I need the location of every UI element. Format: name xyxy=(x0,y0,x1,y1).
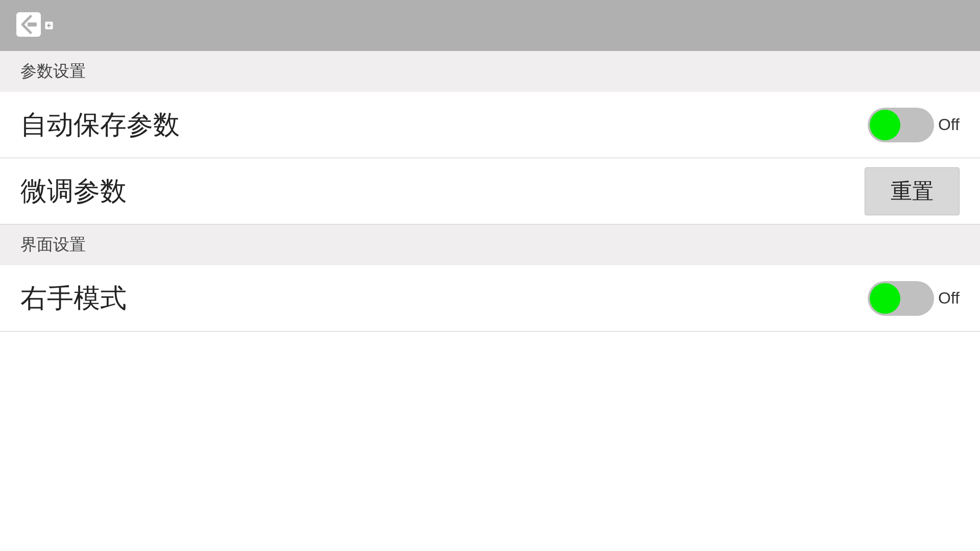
app-header xyxy=(0,0,980,51)
fine-tune-label: 微调参数 xyxy=(20,173,127,209)
right-hand-toggle-knob xyxy=(870,283,900,314)
right-hand-toggle-container[interactable]: Off xyxy=(868,281,960,316)
svg-rect-3 xyxy=(47,25,51,26)
right-hand-toggle-text: Off xyxy=(938,289,960,308)
auto-save-toggle-knob xyxy=(870,110,900,140)
ui-section-header: 界面设置 xyxy=(0,224,980,265)
params-section-header: 参数设置 xyxy=(0,51,980,92)
auto-save-toggle-container[interactable]: Off xyxy=(868,108,960,142)
auto-save-row: 自动保存参数 Off xyxy=(0,92,980,158)
right-hand-row: 右手模式 Off xyxy=(0,265,980,332)
right-hand-label: 右手模式 xyxy=(20,281,127,316)
auto-save-label: 自动保存参数 xyxy=(20,107,180,143)
back-arrow-icon[interactable] xyxy=(45,8,53,43)
ui-section-label: 界面设置 xyxy=(20,235,86,254)
params-section-label: 参数设置 xyxy=(20,62,86,80)
back-button[interactable] xyxy=(12,8,53,43)
fine-tune-row: 微调参数 重置 xyxy=(0,158,980,224)
auto-save-toggle[interactable] xyxy=(868,108,934,142)
right-hand-toggle[interactable] xyxy=(868,281,934,316)
back-arrow-icon[interactable] xyxy=(12,8,45,43)
svg-rect-1 xyxy=(28,22,37,27)
reset-button[interactable]: 重置 xyxy=(865,167,960,215)
auto-save-toggle-text: Off xyxy=(938,115,960,134)
